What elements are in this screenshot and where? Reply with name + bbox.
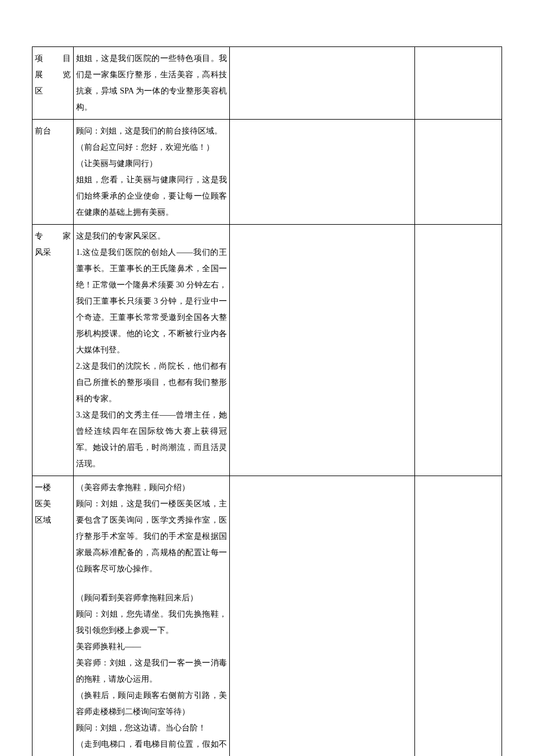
empty-cell (415, 47, 502, 120)
row-content: 姐姐，这是我们医院的一些特色项目。我们是一家集医疗整形，生活美容，高科技抗衰，异… (74, 47, 230, 120)
content-table: 项 目展 览区姐姐，这是我们医院的一些特色项目。我们是一家集医疗整形，生活美容，… (32, 46, 502, 756)
row-label-line: 区域 (35, 512, 71, 528)
row-label-line: 医美 (35, 496, 71, 512)
table-row: 项 目展 览区姐姐，这是我们医院的一些特色项目。我们是一家集医疗整形，生活美容，… (33, 47, 502, 120)
content-line: （美容师去拿拖鞋，顾问介绍） (76, 480, 227, 496)
row-label: 一楼医美区域 (33, 476, 74, 757)
content-line: 2.这是我们的沈院长，尚院长，他们都有自己所擅长的整形项目，也都有我们整形科的专… (76, 358, 227, 407)
row-label-line: 区 (35, 83, 71, 99)
content-line: 美容师：刘姐，这是我们一客一换一消毒的拖鞋，请放心运用。 (76, 655, 227, 687)
row-label-line: 专 家 (35, 228, 71, 244)
table-row: 专 家风采这是我们的专家风采区。1.这位是我们医院的创始人——我们的王董事长。王… (33, 225, 502, 476)
content-line: 这是我们的专家风采区。 (76, 228, 227, 244)
content-line: （让美丽与健康同行） (76, 156, 227, 172)
content-line: 3.这是我们的文秀主任——曾增主任，她曾经连续四年在国际纹饰大赛上获得冠军。她设… (76, 407, 227, 472)
row-label-line: 展 览 (35, 67, 71, 83)
content-line: （换鞋后，顾问走顾客右侧前方引路，美容师走楼梯到二楼询问室等待） (76, 687, 227, 720)
empty-cell (230, 225, 415, 476)
table-row: 前台顾问：刘姐，这是我们的前台接待区域。（前台起立问好：您好，欢迎光临！）（让美… (33, 120, 502, 225)
row-label-line: 项 目 (35, 51, 71, 67)
empty-cell (230, 476, 415, 757)
content-line: 美容师换鞋礼—— (76, 639, 227, 655)
row-content: （美容师去拿拖鞋，顾问介绍）顾问：刘姐，这是我们一楼医美区域，主要包含了医美询问… (74, 476, 230, 757)
row-label: 前台 (33, 120, 74, 225)
row-label-line: 前台 (35, 123, 71, 139)
content-line: （前台起立问好：您好，欢迎光临！） (76, 139, 227, 156)
row-content: 这是我们的专家风采区。1.这位是我们医院的创始人——我们的王董事长。王董事长的王… (74, 225, 230, 476)
document-page: 项 目展 览区姐姐，这是我们医院的一些特色项目。我们是一家集医疗整形，生活美容，… (0, 0, 534, 756)
content-line: 顾问：刘姐，您先请坐。我们先换拖鞋，我引领您到楼上参观一下。 (76, 606, 227, 639)
row-label-line: 风采 (35, 244, 71, 261)
empty-cell (415, 120, 502, 225)
content-line: 姐姐，这是我们医院的一些特色项目。我们是一家集医疗整形，生活美容，高科技抗衰，异… (76, 51, 227, 116)
content-line: 顾问：刘姐，这是我们一楼医美区域，主要包含了医美询问，医学文秀操作室，医疗整形手… (76, 496, 227, 577)
content-line: （顾问看到美容师拿拖鞋回来后） (76, 590, 227, 606)
empty-cell (415, 476, 502, 757)
content-line: 姐姐，您看，让美丽与健康同行，这是我们始终秉承的企业使命，要让每一位顾客在健康的… (76, 172, 227, 221)
content-line: （走到电梯口，看电梯目前位置，假如不在 1 楼，按下电梯，等待电梯下来。假如在 … (76, 736, 227, 756)
empty-cell (230, 47, 415, 120)
row-label-line: 一楼 (35, 480, 71, 496)
empty-cell (415, 225, 502, 476)
content-line: 顾问：刘姐，这是我们的前台接待区域。 (76, 123, 227, 139)
row-label: 专 家风采 (33, 225, 74, 476)
table-row: 一楼医美区域（美容师去拿拖鞋，顾问介绍）顾问：刘姐，这是我们一楼医美区域，主要包… (33, 476, 502, 757)
content-line: 1.这位是我们医院的创始人——我们的王董事长。王董事长的王氏隆鼻术，全国一绝！正… (76, 244, 227, 358)
row-label: 项 目展 览区 (33, 47, 74, 120)
empty-cell (230, 120, 415, 225)
row-content: 顾问：刘姐，这是我们的前台接待区域。（前台起立问好：您好，欢迎光临！）（让美丽与… (74, 120, 230, 225)
content-line: 顾问：刘姐，您这边请。当心台阶！ (76, 720, 227, 736)
